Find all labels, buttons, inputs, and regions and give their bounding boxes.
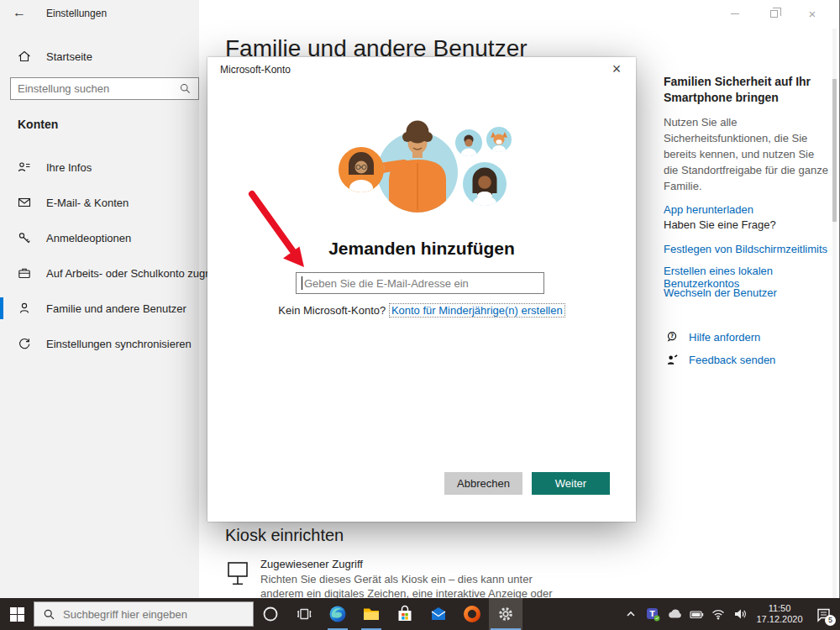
assigned-access-title[interactable]: Zugewiesener Zugriff xyxy=(260,558,363,570)
taskbar-search-input[interactable] xyxy=(55,608,253,621)
onedrive-tray-icon[interactable] xyxy=(664,598,685,630)
restore-button[interactable] xyxy=(754,0,793,27)
dialog-title: Microsoft-Konto xyxy=(220,64,291,76)
window-title: Einstellungen xyxy=(46,8,107,19)
cloud-icon xyxy=(666,606,683,622)
sidebar-item-home[interactable]: Startseite xyxy=(0,42,199,71)
sidebar-item-anmeldeoptionen[interactable]: Anmeldeoptionen xyxy=(0,223,199,252)
teams-tray-icon[interactable]: T xyxy=(642,598,664,630)
edge-icon xyxy=(328,605,347,623)
action-center-button[interactable]: 5 xyxy=(808,598,838,630)
settings-taskbar-button[interactable] xyxy=(489,598,522,630)
office-icon xyxy=(463,605,481,623)
sidebar-item-label: Startseite xyxy=(46,50,92,63)
dialog-close-icon[interactable]: × xyxy=(607,60,626,78)
task-view-icon xyxy=(296,606,312,622)
promo-title: Familien Sicherheit auf Ihr Smartphone b… xyxy=(664,74,830,106)
scrollbar-thumb[interactable] xyxy=(832,79,837,222)
taskbar: T 11:50 17.12.2020 5 xyxy=(0,598,840,630)
file-explorer-button[interactable] xyxy=(354,598,388,630)
sync-icon xyxy=(18,337,31,350)
search-icon[interactable] xyxy=(179,82,192,95)
dialog-heading: Jemanden hinzufügen xyxy=(207,239,636,259)
mail-app-icon xyxy=(429,605,448,623)
sidebar-item-label: Anmeldeoptionen xyxy=(46,232,131,244)
kiosk-section-heading: Kiosk einrichten xyxy=(225,526,344,545)
get-help-icon: ? xyxy=(666,331,679,344)
question-heading: Haben Sie eine Frage? xyxy=(664,218,776,231)
help-link-screen-time[interactable]: Festlegen von Bildschirmzeitlimits xyxy=(664,243,827,255)
text-caret xyxy=(302,276,302,290)
edge-taskbar-button[interactable] xyxy=(321,598,354,630)
next-button[interactable]: Weiter xyxy=(532,472,610,495)
sidebar-item-email-konten[interactable]: E-Mail- & Konten xyxy=(0,188,199,217)
taskbar-clock[interactable]: 11:50 17.12.2020 xyxy=(753,603,806,625)
cortana-button[interactable] xyxy=(254,598,287,630)
wifi-tray-icon[interactable] xyxy=(707,598,729,630)
send-feedback-link[interactable]: Feedback senden xyxy=(689,354,775,366)
wifi-icon xyxy=(711,606,726,622)
aside-column: Familien Sicherheit auf Ihr Smartphone b… xyxy=(664,74,830,216)
settings-window: ← Einstellungen Startseite Konten Ihre I… xyxy=(0,0,840,630)
sidebar: ← Einstellungen Startseite Konten Ihre I… xyxy=(0,0,199,598)
mail-icon xyxy=(18,196,31,209)
email-input[interactable] xyxy=(297,273,543,293)
close-button[interactable]: × xyxy=(793,0,832,27)
email-field-wrapper[interactable] xyxy=(296,272,544,294)
promo-body: Nutzen Sie alle Sicherheitsfunktionen, d… xyxy=(664,114,830,194)
cancel-button[interactable]: Abbrechen xyxy=(444,472,522,495)
get-help-link[interactable]: Hilfe anfordern xyxy=(689,331,760,344)
back-arrow-icon[interactable]: ← xyxy=(10,5,29,22)
gear-icon xyxy=(497,606,514,622)
person-icon xyxy=(18,302,31,315)
sidebar-item-arbeitskonto[interactable]: Auf Arbeits- oder Schulkonto zugreifen xyxy=(0,259,199,287)
download-app-link[interactable]: App herunterladen xyxy=(664,203,753,216)
store-button[interactable] xyxy=(388,598,422,630)
sidebar-item-sync[interactable]: Einstellungen synchronisieren xyxy=(0,329,199,358)
taskbar-search-box[interactable] xyxy=(34,601,254,627)
sidebar-item-label: E-Mail- & Konten xyxy=(46,197,129,209)
create-child-account-link[interactable]: Konto für Minderjährige(n) erstellen xyxy=(389,303,565,318)
person-card-icon xyxy=(18,160,31,174)
scrollbar[interactable] xyxy=(832,29,837,598)
volume-tray-icon[interactable] xyxy=(729,598,751,630)
chevron-up-icon xyxy=(625,608,637,620)
sidebar-item-ihre-infos[interactable]: Ihre Infos xyxy=(0,153,199,181)
notification-count-badge: 5 xyxy=(825,615,836,626)
home-icon xyxy=(18,50,31,63)
sidebar-section-konten: Konten xyxy=(18,118,58,131)
window-controls: × xyxy=(716,0,832,27)
sidebar-item-label: Auf Arbeits- oder Schulkonto zugreifen xyxy=(46,267,233,280)
office-button[interactable] xyxy=(455,598,489,630)
microsoft-account-dialog: Microsoft-Konto × xyxy=(207,57,636,522)
clock-time: 11:50 xyxy=(753,603,806,614)
no-account-text: Kein Microsoft-Konto? xyxy=(278,304,386,317)
battery-tray-icon[interactable] xyxy=(685,598,707,630)
battery-icon xyxy=(689,606,705,622)
settings-search-input[interactable] xyxy=(11,82,179,95)
sidebar-item-familie[interactable]: Familie und andere Benutzer xyxy=(0,294,199,323)
start-button[interactable] xyxy=(0,598,34,630)
help-link-switch-users[interactable]: Wechseln der Benutzer xyxy=(664,286,777,299)
windows-logo-icon xyxy=(10,607,24,622)
feedback-row[interactable]: Feedback senden xyxy=(666,354,775,366)
kiosk-icon xyxy=(227,561,249,586)
search-icon xyxy=(43,608,55,621)
settings-search-box[interactable] xyxy=(10,77,199,100)
minimize-button[interactable] xyxy=(716,0,754,27)
selected-indicator xyxy=(0,297,3,319)
get-help-row[interactable]: ? Hilfe anfordern xyxy=(666,331,760,344)
system-tray: T 11:50 17.12.2020 5 xyxy=(620,598,840,630)
svg-text:?: ? xyxy=(670,333,674,339)
briefcase-icon xyxy=(18,266,31,280)
tray-expand-button[interactable] xyxy=(620,598,642,630)
add-user-illustration xyxy=(317,109,518,220)
speaker-icon xyxy=(732,606,748,622)
feedback-icon xyxy=(666,354,679,366)
file-explorer-icon xyxy=(362,605,381,623)
task-view-button[interactable] xyxy=(287,598,321,630)
sidebar-item-label: Einstellungen synchronisieren xyxy=(46,338,192,350)
sidebar-item-label: Familie und andere Benutzer xyxy=(46,302,186,315)
mail-button[interactable] xyxy=(422,598,455,630)
no-account-row: Kein Microsoft-Konto? Konto für Minderjä… xyxy=(207,304,636,317)
